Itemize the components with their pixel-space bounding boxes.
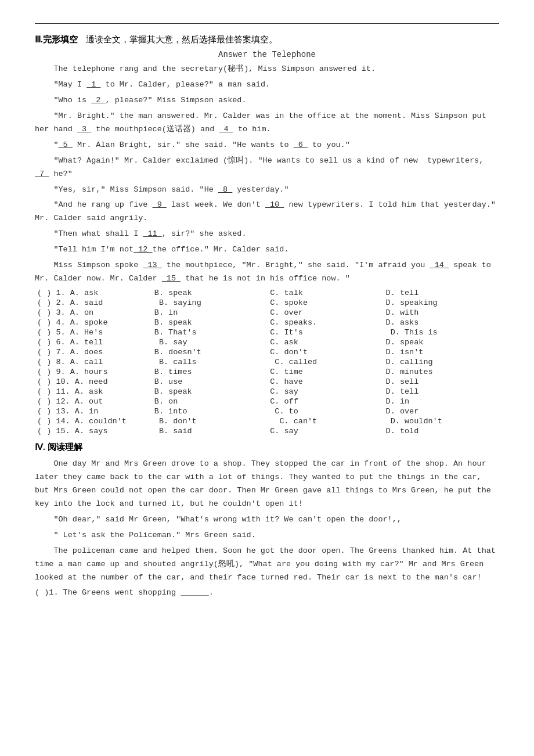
option-1d: D. tell	[384, 288, 499, 298]
option-14c: C. can't	[268, 416, 383, 426]
option-1b: B. speak	[152, 288, 268, 298]
option-4c: C. speaks.	[268, 318, 383, 327]
options-table: ( ) 1. A. ask B. speak C. talk D. tell (…	[35, 288, 499, 436]
reading-question-1: ( )1. The Greens went shopping ______.	[35, 588, 499, 597]
option-1c: C. talk	[268, 288, 383, 298]
option-3c: C. over	[268, 308, 383, 318]
option-11b: B. speak	[152, 387, 268, 397]
passage-line-3: "Who is 2 , please?" Miss Simpson asked.	[35, 94, 499, 107]
option-num-7: ( ) 7. A. does	[35, 347, 152, 357]
option-15c: C. say	[268, 426, 383, 436]
passage-line-2: "May I 1 to Mr. Calder, please?" a man s…	[35, 78, 499, 92]
option-num-5: ( ) 5. A. He's	[35, 327, 152, 337]
passage-line-4: "Mr. Bright." the man answered. Mr. Cald…	[35, 110, 499, 136]
option-row-8: ( ) 8. A. call B. calls C. called D. cal…	[35, 357, 499, 367]
option-8b: B. calls	[152, 357, 268, 367]
reading-para-2: "Oh dear," said Mr Green, "What's wrong …	[35, 513, 499, 527]
option-num-4: ( ) 4. A. spoke	[35, 318, 152, 327]
passage-line-10: "Tell him I'm not 12 the office." Mr. Ca…	[35, 243, 499, 257]
option-5c: C. It's	[268, 327, 383, 337]
option-num-11: ( ) 11. A. ask	[35, 387, 152, 397]
option-row-5: ( ) 5. A. He's B. That's C. It's D. This…	[35, 327, 499, 337]
option-12c: C. off	[268, 397, 383, 406]
option-8c: C. called	[268, 357, 383, 367]
option-num-1: ( ) 1. A. ask	[35, 288, 152, 298]
option-4d: D. asks	[384, 318, 499, 327]
passage-line-11: Miss Simpson spoke 13 the mouthpiece, "M…	[35, 259, 499, 286]
top-divider	[35, 23, 499, 24]
section3-header: Ⅲ.完形填空 通读全文，掌握其大意，然后选择最佳答案填空。	[35, 34, 499, 45]
option-11d: D. tell	[384, 387, 499, 397]
option-num-8: ( ) 8. A. call	[35, 357, 152, 367]
option-row-10: ( ) 10. A. need B. use C. have D. sell	[35, 377, 499, 387]
option-14d: D. wouldn't	[384, 416, 499, 426]
option-12b: B. on	[152, 397, 268, 406]
option-9d: D. minutes	[384, 367, 499, 377]
option-9b: B. times	[152, 367, 268, 377]
option-row-14: ( ) 14. A. couldn't B. don't C. can't D.…	[35, 416, 499, 426]
option-num-3: ( ) 3. A. on	[35, 308, 152, 318]
option-num-13: ( ) 13. A. in	[35, 406, 152, 416]
reading-para-4: The policeman came and helped them. Soon…	[35, 545, 499, 585]
reading-para-3: " Let's ask the Policeman." Mrs Green sa…	[35, 529, 499, 542]
option-5d: D. This is	[384, 327, 499, 337]
option-11c: C. say	[268, 387, 383, 397]
option-num-12: ( ) 12. A. out	[35, 397, 152, 406]
option-7d: D. isn't	[384, 347, 499, 357]
option-row-1: ( ) 1. A. ask B. speak C. talk D. tell	[35, 288, 499, 298]
option-num-6: ( ) 6. A. tell	[35, 337, 152, 347]
option-13c: C. to	[268, 406, 383, 416]
option-13b: B. into	[152, 406, 268, 416]
section3: Ⅲ.完形填空 通读全文，掌握其大意，然后选择最佳答案填空。 Answer the…	[35, 34, 499, 436]
option-10b: B. use	[152, 377, 268, 387]
option-row-4: ( ) 4. A. spoke B. speak C. speaks. D. a…	[35, 318, 499, 327]
option-2d: D. speaking	[384, 298, 499, 308]
option-6d: D. speak	[384, 337, 499, 347]
option-7c: C. don't	[268, 347, 383, 357]
option-9c: C. time	[268, 367, 383, 377]
section4: Ⅳ. 阅读理解 One day Mr and Mrs Green drove t…	[35, 442, 499, 596]
passage-line-6: "What? Again!" Mr. Calder exclaimed (惊叫)…	[35, 154, 499, 181]
option-2c: C. spoke	[268, 298, 383, 308]
option-10c: C. have	[268, 377, 383, 387]
option-7b: B. doesn't	[152, 347, 268, 357]
option-3b: B. in	[152, 308, 268, 318]
section4-header: Ⅳ. 阅读理解	[35, 442, 499, 453]
option-num-2: ( ) 2. A. said	[35, 298, 152, 308]
reading-para-1: One day Mr and Mrs Green drove to a shop…	[35, 458, 499, 511]
option-15b: B. said	[152, 426, 268, 436]
option-row-15: ( ) 15. A. says B. said C. say D. told	[35, 426, 499, 436]
passage-line-9: "Then what shall I 11 , sir?" she asked.	[35, 228, 499, 241]
option-15d: D. told	[384, 426, 499, 436]
option-row-11: ( ) 11. A. ask B. speak C. say D. tell	[35, 387, 499, 397]
option-row-2: ( ) 2. A. said B. saying C. spoke D. spe…	[35, 298, 499, 308]
option-3d: D. with	[384, 308, 499, 318]
passage-line-5: " 5 Mr. Alan Bright, sir." she said. "He…	[35, 139, 499, 152]
option-row-3: ( ) 3. A. on B. in C. over D. with	[35, 308, 499, 318]
option-4b: B. speak	[152, 318, 268, 327]
option-row-12: ( ) 12. A. out B. on C. off D. in	[35, 397, 499, 406]
option-row-13: ( ) 13. A. in B. into C. to D. over	[35, 406, 499, 416]
option-num-15: ( ) 15. A. says	[35, 426, 152, 436]
option-2b: B. saying	[152, 298, 268, 308]
option-14b: B. don't	[152, 416, 268, 426]
option-6c: C. ask	[268, 337, 383, 347]
option-13d: D. over	[384, 406, 499, 416]
option-num-10: ( ) 10. A. need	[35, 377, 152, 387]
passage-title: Answer the Telephone	[35, 50, 499, 59]
option-5b: B. That's	[152, 327, 268, 337]
passage-line-8: "And he rang up five 9 last week. We don…	[35, 199, 499, 225]
option-num-14: ( ) 14. A. couldn't	[35, 416, 152, 426]
option-12d: D. in	[384, 397, 499, 406]
option-6b: B. say	[152, 337, 268, 347]
passage-line-1: The telephone rang and the secretary(秘书)…	[35, 63, 499, 76]
option-row-7: ( ) 7. A. does B. doesn't C. don't D. is…	[35, 347, 499, 357]
option-row-9: ( ) 9. A. hours B. times C. time D. minu…	[35, 367, 499, 377]
passage-line-7: "Yes, sir," Miss Simpson said. "He 8 yes…	[35, 183, 499, 197]
option-row-6: ( ) 6. A. tell B. say C. ask D. speak	[35, 337, 499, 347]
option-num-9: ( ) 9. A. hours	[35, 367, 152, 377]
option-8d: D. calling	[384, 357, 499, 367]
section3-title: Ⅲ.完形填空	[35, 35, 78, 44]
option-10d: D. sell	[384, 377, 499, 387]
section3-instruction: 通读全文，掌握其大意，然后选择最佳答案填空。	[86, 35, 277, 44]
